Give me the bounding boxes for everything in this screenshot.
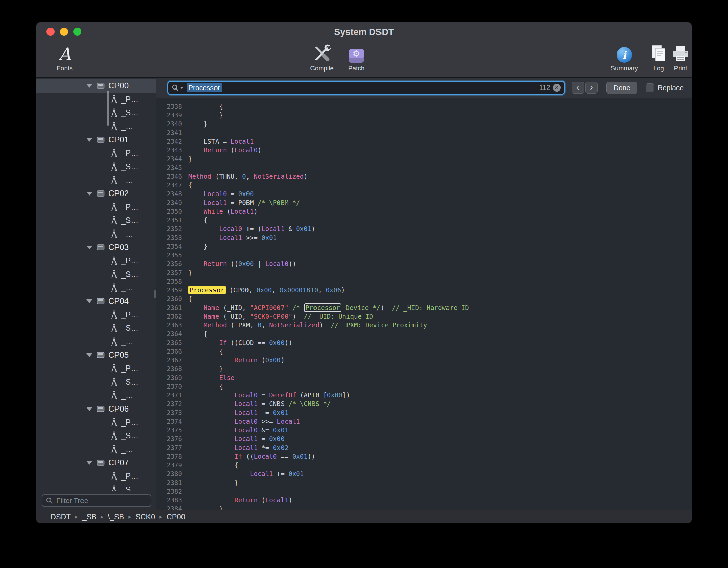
- titlebar[interactable]: System DSDT: [36, 22, 692, 40]
- tree-group-cp06[interactable]: CP06: [36, 402, 156, 416]
- tree-item[interactable]: _…: [36, 389, 156, 402]
- tree-group-cp02[interactable]: CP02: [36, 187, 156, 200]
- tree-item[interactable]: _S…: [36, 429, 156, 442]
- disclosure-triangle-icon[interactable]: [86, 138, 92, 142]
- app-window: System DSDT A Fonts Compile: [36, 22, 692, 523]
- breadcrumb-separator: ▸: [101, 513, 104, 520]
- fonts-button[interactable]: A Fonts: [48, 42, 81, 72]
- line-number: 2339: [156, 111, 188, 119]
- tree-item[interactable]: _…: [36, 227, 156, 241]
- tree-item[interactable]: _…: [36, 173, 156, 187]
- tree-item[interactable]: _P…: [36, 93, 156, 106]
- tree-group-cp07[interactable]: CP07: [36, 456, 156, 469]
- code-line: 2339 }: [156, 111, 692, 119]
- disclosure-triangle-icon[interactable]: [86, 461, 92, 465]
- method-icon: [111, 122, 118, 131]
- disclosure-triangle-icon[interactable]: [86, 407, 92, 411]
- line-number: 2352: [156, 224, 188, 233]
- code-line: 2341: [156, 128, 692, 137]
- tree-item[interactable]: _…: [36, 119, 156, 133]
- disclosure-triangle-icon[interactable]: [86, 353, 92, 357]
- filter-placeholder: Filter Tree: [56, 497, 88, 505]
- zoom-button[interactable]: [73, 28, 81, 36]
- summary-button[interactable]: i Summary: [605, 42, 643, 72]
- patch-button[interactable]: ⚙ Patch: [342, 42, 370, 72]
- tree-group-cp01[interactable]: CP01: [36, 133, 156, 146]
- clear-search-icon[interactable]: ✕: [553, 84, 561, 92]
- breadcrumb-item[interactable]: DSDT: [51, 512, 71, 521]
- code-text: Name (_UID, "SCK0-CP00") // _UID: Unique…: [188, 312, 373, 321]
- tree-item[interactable]: _S…: [36, 214, 156, 227]
- tree-item-label: _S…: [121, 378, 138, 387]
- code-line: 2377 Local1 *= 0x02: [156, 443, 692, 452]
- content-area: CP00_P…_S…_…CP01_P…_S…_…CP02_P…_S…_…CP03…: [36, 78, 692, 510]
- tree-item[interactable]: _P…: [36, 200, 156, 214]
- log-button[interactable]: Log: [647, 42, 671, 72]
- line-number: 2347: [156, 181, 188, 189]
- search-menu-icon[interactable]: [172, 84, 184, 92]
- compile-button[interactable]: Compile: [305, 42, 339, 72]
- tree-item[interactable]: _S…: [36, 268, 156, 281]
- tree-group-cp04[interactable]: CP04: [36, 294, 156, 308]
- replace-checkbox[interactable]: [646, 83, 654, 92]
- disclosure-triangle-icon[interactable]: [86, 246, 92, 249]
- code-text: Local0 = DerefOf (APT0 [0x00]): [188, 391, 350, 399]
- code-text: Local1 = CNBS /* \CNBS */: [188, 399, 331, 408]
- log-label: Log: [653, 65, 664, 72]
- find-input[interactable]: Processor 112 ✕: [167, 81, 565, 95]
- close-button[interactable]: [46, 28, 55, 36]
- code-text: Local0 += (Local1 & 0x01): [188, 224, 316, 233]
- tree-group-cp00[interactable]: CP00: [36, 79, 156, 93]
- code-line: 2360{: [156, 294, 692, 303]
- tree-item[interactable]: _…: [36, 335, 156, 348]
- code-text: Return ((0x00 | Local0)): [188, 259, 296, 268]
- previous-match-button[interactable]: ‹: [572, 82, 584, 94]
- tree-group-cp03[interactable]: CP03: [36, 241, 156, 254]
- code-line: 2347{: [156, 181, 692, 189]
- breadcrumb-item[interactable]: _SB: [82, 512, 96, 521]
- breadcrumb-item[interactable]: SCK0: [136, 512, 155, 521]
- find-bar: Processor 112 ✕ ‹ › Done Replace: [156, 78, 692, 98]
- code-line: 2353 Local1 >>= 0x01: [156, 233, 692, 242]
- search-icon: [46, 497, 53, 504]
- tree-item[interactable]: _P…: [36, 146, 156, 160]
- tree-group-cp05[interactable]: CP05: [36, 348, 156, 362]
- tree-item[interactable]: _S…: [36, 321, 156, 335]
- sidebar-splitter-handle[interactable]: [154, 290, 156, 298]
- filter-tree-input[interactable]: Filter Tree: [42, 494, 151, 507]
- code-text: If ((CLOD == 0x00)): [188, 338, 292, 347]
- tree-group-label: CP00: [108, 81, 129, 91]
- tree-group-label: CP04: [108, 296, 129, 306]
- tree-item[interactable]: _P…: [36, 416, 156, 429]
- breadcrumb-item[interactable]: \_SB: [108, 512, 124, 521]
- done-button[interactable]: Done: [606, 82, 637, 94]
- disclosure-triangle-icon[interactable]: [86, 84, 92, 88]
- compile-label: Compile: [310, 65, 334, 72]
- code-line: 2366 {: [156, 347, 692, 356]
- tree-item[interactable]: _P…: [36, 362, 156, 375]
- tree-item[interactable]: _P…: [36, 308, 156, 321]
- line-number: 2355: [156, 251, 188, 259]
- sidebar-scrollbar[interactable]: [107, 91, 109, 126]
- line-number: 2383: [156, 496, 188, 504]
- tree-item[interactable]: _…: [36, 281, 156, 294]
- tree-item[interactable]: _S…: [36, 160, 156, 173]
- disclosure-triangle-icon[interactable]: [86, 299, 92, 303]
- line-number: 2338: [156, 102, 188, 111]
- replace-label: Replace: [658, 84, 684, 92]
- tree-item[interactable]: _P…: [36, 254, 156, 268]
- minimize-button[interactable]: [60, 28, 68, 36]
- disclosure-triangle-icon[interactable]: [86, 192, 92, 196]
- print-button[interactable]: Print: [669, 42, 692, 72]
- next-match-button[interactable]: ›: [585, 82, 598, 94]
- code-editor[interactable]: 2338 {2339 }2340 }23412342 LSTA = Local1…: [156, 98, 692, 510]
- code-text: Return (Local1): [188, 496, 292, 504]
- code-line: 2384 }: [156, 504, 692, 510]
- breadcrumb-item[interactable]: CP00: [167, 512, 185, 521]
- print-label: Print: [674, 65, 687, 72]
- tree-item[interactable]: _…: [36, 442, 156, 456]
- tree-item[interactable]: _S…: [36, 106, 156, 119]
- tree-item[interactable]: _S…: [36, 375, 156, 389]
- tree-item[interactable]: _P…: [36, 469, 156, 483]
- tree-item-label: _…: [121, 176, 133, 185]
